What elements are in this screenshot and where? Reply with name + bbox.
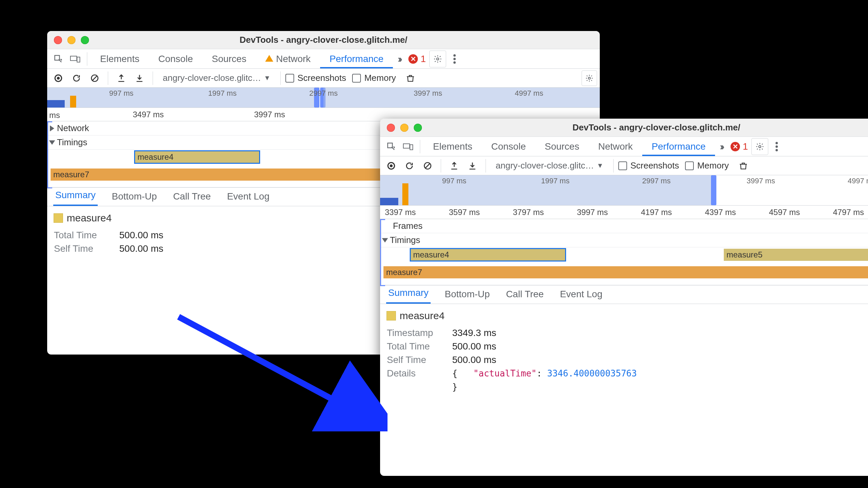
ruler-tick: 3497 ms [133, 110, 164, 119]
total-time-key: Total Time [54, 228, 111, 242]
dtab-summary[interactable]: Summary [53, 186, 98, 206]
tab-performance[interactable]: Performance [320, 50, 393, 68]
bracket-icon [380, 219, 383, 286]
track-label: Frames [393, 221, 423, 231]
memory-checkbox[interactable]: Memory [352, 73, 401, 83]
summary-event-name: measure4 [67, 212, 112, 224]
memory-label: Memory [697, 160, 729, 171]
error-icon: ✕ [408, 54, 418, 64]
tab-sources[interactable]: Sources [535, 137, 589, 156]
checkbox-icon [352, 74, 361, 83]
overview-tick: 3997 ms [414, 89, 442, 98]
error-count[interactable]: ✕ 1 [727, 141, 751, 152]
capture-settings-icon[interactable] [582, 70, 597, 86]
close-window-icon[interactable] [54, 36, 62, 44]
svg-point-19 [390, 164, 393, 167]
svg-rect-1 [70, 56, 77, 60]
screenshots-checkbox[interactable]: Screenshots [618, 160, 684, 171]
divider [280, 71, 281, 85]
traffic-lights [47, 36, 89, 44]
overview-ruler[interactable]: 997 ms 1997 ms 2997 ms 3997 ms 4997 ms C… [380, 175, 868, 206]
more-tabs-icon[interactable]: ›› [393, 53, 405, 65]
svg-point-4 [453, 54, 456, 57]
dtab-eventlog[interactable]: Event Log [558, 285, 604, 304]
json-value: 3346.400000035763 [547, 368, 637, 378]
dtab-bottomup[interactable]: Bottom-Up [110, 187, 159, 206]
clear-icon[interactable] [419, 157, 436, 174]
close-window-icon[interactable] [387, 124, 395, 132]
clear-icon[interactable] [86, 70, 103, 87]
span-measure4[interactable]: measure4 [135, 151, 259, 163]
overview-tick: 4997 ms [848, 177, 868, 185]
ruler-tick: 3997 ms [254, 110, 285, 119]
details-tabstrip: Summary Bottom-Up Call Tree Event Log [380, 285, 868, 304]
window-title: DevTools - angry-clover-close.glitch.me/ [47, 35, 600, 45]
download-icon[interactable] [464, 157, 481, 174]
dtab-eventlog[interactable]: Event Log [225, 187, 272, 206]
dtab-calltree[interactable]: Call Tree [171, 187, 213, 206]
gc-icon[interactable] [402, 70, 419, 87]
device-toolbar-icon[interactable] [67, 51, 84, 67]
tab-network[interactable]: Network [589, 137, 642, 156]
zoom-window-icon[interactable] [81, 36, 89, 44]
error-count[interactable]: ✕ 1 [405, 54, 429, 64]
span-measure5[interactable]: measure5 [724, 249, 868, 261]
span-measure7[interactable]: measure7 [383, 266, 868, 278]
reload-icon[interactable] [401, 157, 418, 174]
flame-ruler[interactable]: 3397 ms 3597 ms 3797 ms 3997 ms 4197 ms … [380, 206, 868, 219]
divider [108, 71, 108, 85]
svg-point-3 [436, 58, 439, 60]
upload-icon[interactable] [446, 157, 463, 174]
dtab-bottomup[interactable]: Bottom-Up [443, 285, 492, 304]
tab-console[interactable]: Console [149, 50, 203, 68]
ruler-tick: 3597 ms [449, 208, 480, 217]
zoom-window-icon[interactable] [414, 124, 422, 132]
titlebar: DevTools - angry-clover-close.glitch.me/ [47, 31, 600, 49]
gc-icon[interactable] [735, 157, 752, 174]
self-time-key: Self Time [54, 242, 111, 255]
reload-icon[interactable] [68, 70, 85, 87]
span-label: measure4 [413, 250, 449, 260]
record-icon[interactable] [383, 157, 400, 174]
kebab-menu-icon[interactable] [446, 51, 463, 67]
device-toolbar-icon[interactable] [400, 138, 416, 155]
inspect-element-icon[interactable] [50, 51, 67, 67]
svg-rect-12 [403, 144, 410, 148]
overview-net [47, 100, 65, 108]
upload-icon[interactable] [113, 70, 130, 87]
dtab-calltree[interactable]: Call Tree [504, 285, 546, 304]
more-tabs-icon[interactable]: ›› [715, 141, 727, 152]
tab-network[interactable]: Network [256, 50, 320, 68]
divider [420, 140, 420, 153]
tab-console[interactable]: Console [482, 137, 535, 156]
kebab-menu-icon[interactable] [768, 138, 785, 155]
dtab-summary[interactable]: Summary [386, 283, 431, 304]
overview-ruler[interactable]: 997 ms 1997 ms 2997 ms 3997 ms 4997 ms [47, 88, 600, 108]
perf-toolbar: angry-clover-close.glitc… ▼ Screenshots … [380, 156, 868, 175]
divider [87, 52, 87, 66]
track-frames[interactable]: Frames [380, 219, 868, 233]
recording-select[interactable]: angry-clover-close.glitc… ▼ [158, 70, 276, 86]
track-timings[interactable]: Timings [380, 233, 868, 247]
download-icon[interactable] [131, 70, 148, 87]
tab-elements[interactable]: Elements [91, 50, 149, 68]
selection-handle-left[interactable] [711, 175, 716, 205]
settings-icon[interactable] [751, 138, 768, 155]
svg-point-15 [775, 142, 778, 144]
tab-performance[interactable]: Performance [642, 137, 715, 156]
span-measure4[interactable]: measure4 [410, 249, 565, 261]
inspect-element-icon[interactable] [383, 138, 400, 155]
minimize-window-icon[interactable] [67, 36, 75, 44]
minimize-window-icon[interactable] [400, 124, 408, 132]
svg-point-14 [758, 145, 761, 148]
track-label: Timings [57, 137, 87, 148]
tab-sources[interactable]: Sources [202, 50, 256, 68]
recording-select[interactable]: angry-clover-close.glitc… ▼ [491, 158, 609, 173]
screenshots-checkbox[interactable]: Screenshots [285, 73, 351, 83]
json-key: "actualTime" [473, 368, 537, 378]
flamechart[interactable]: measure4 measure5 measure7 [380, 247, 868, 285]
record-icon[interactable] [50, 70, 67, 87]
tab-elements[interactable]: Elements [424, 137, 482, 156]
memory-checkbox[interactable]: Memory [685, 160, 734, 171]
settings-icon[interactable] [429, 51, 446, 67]
